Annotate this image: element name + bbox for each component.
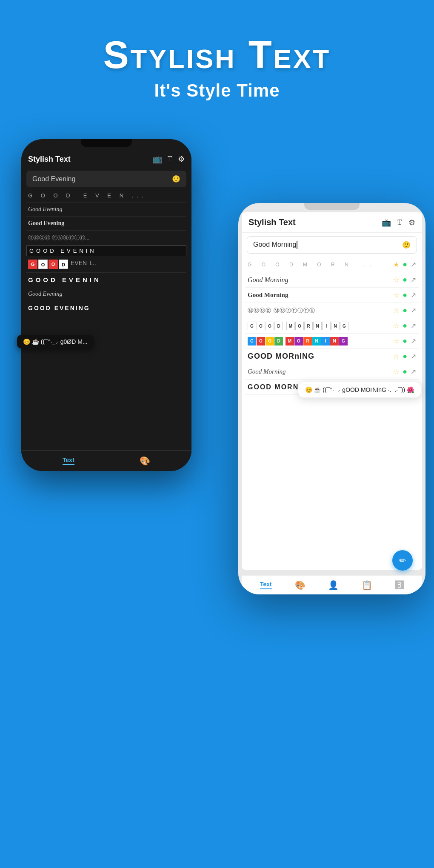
list-item[interactable]: GOOD MORnING ☆ ● ↗ — [245, 349, 419, 364]
header: Stylish Text It's Style Time — [0, 0, 434, 118]
list-item[interactable]: GOOD MORNING ☆ ● ↗ — [245, 318, 419, 334]
light-font-icon[interactable]: 𝚃 — [397, 218, 403, 227]
tab-icon-1[interactable]: 🎨 — [295, 580, 306, 590]
whatsapp-icon[interactable]: ● — [403, 352, 407, 361]
light-input-text: Good Morning — [253, 241, 297, 249]
star-icon[interactable]: ☆ — [393, 352, 399, 360]
share-icon[interactable]: ↗ — [411, 337, 416, 345]
text-style-circle: Ⓖⓞⓞⓓ Ⓜⓞⓡⓝⓘⓝⓖ — [248, 307, 393, 314]
share-icon[interactable]: ↗ — [411, 368, 416, 376]
list-item[interactable]: GOOD EVENIN — [26, 273, 186, 287]
star-icon[interactable]: ☆ — [393, 322, 399, 330]
whatsapp-icon[interactable]: ● — [403, 275, 407, 284]
list-item[interactable]: Ⓖⓞⓞⓓ Ⓜⓞⓡⓝⓘⓝⓖ ☆ ● ↗ — [245, 303, 419, 318]
tab-icon-dark[interactable]: 🎨 — [140, 456, 150, 466]
list-item[interactable]: GOOD EVENIN — [26, 246, 186, 256]
phone-front-notch — [304, 203, 360, 210]
whatsapp-icon[interactable]: ● — [403, 306, 407, 315]
star-icon[interactable]: ☆ — [393, 276, 399, 284]
text-actions: ☆ ● ↗ — [393, 337, 416, 345]
light-text-list: G O O D M O R N ... ★ ● ↗ Good Morning ☆… — [242, 257, 422, 395]
list-item[interactable]: Good Evening — [26, 203, 186, 217]
text-style-large: GOOD MORnING — [248, 352, 393, 361]
tab-icon-3[interactable]: 📋 — [362, 580, 372, 590]
text-style-boxed: GOOD MORNING — [248, 322, 393, 330]
star-icon[interactable]: ☆ — [393, 368, 399, 376]
text-actions: ☆ ● ↗ — [393, 352, 416, 361]
settings-icon[interactable]: ⚙ — [178, 154, 185, 164]
light-tv-icon[interactable]: 📺 — [382, 218, 391, 227]
phone-back-notch — [81, 139, 132, 147]
text-actions: ★ ● ↗ — [393, 260, 416, 269]
list-item[interactable]: Good Morning ☆ ● ↗ — [245, 288, 419, 303]
star-icon[interactable]: ☆ — [393, 306, 399, 314]
list-item[interactable]: Ⓖⓞⓞⓓ Ⓔⓥⓔⓝⓘⓝ... — [26, 231, 186, 246]
text-style-italic: Good Morning — [248, 276, 393, 284]
light-app-title: Stylish Text — [248, 217, 296, 227]
dark-emoji-button[interactable]: 🙂 — [172, 175, 180, 183]
emoji-popup-light: 😊 ☕ ((¯°·_.· gOOD MOrNInG ·._.·¯)) 🌺 — [298, 382, 421, 398]
text-actions: ☆ ● ↗ — [393, 306, 416, 315]
list-item[interactable]: G O O D E V E N ... — [26, 189, 186, 203]
share-icon[interactable]: ↗ — [411, 276, 416, 284]
tab-text-light[interactable]: Text — [260, 581, 272, 589]
light-emoji-button[interactable]: 🙂 — [402, 241, 411, 249]
list-item[interactable]: Good Morning ☆ ● ↗ — [245, 364, 419, 380]
share-icon[interactable]: ↗ — [411, 352, 416, 360]
star-icon[interactable]: ☆ — [393, 337, 399, 345]
tab-icon-4[interactable]: 🅱 — [395, 580, 404, 590]
dark-input-text: Good Evening — [32, 175, 75, 183]
text-style-bold: Good Morning — [248, 291, 393, 299]
share-icon[interactable]: ↗ — [411, 260, 416, 268]
list-item[interactable]: GOOD MORNING ☆ ● ↗ — [245, 334, 419, 349]
emoji-popup-dark: 😊 ☕ ((¯°·_.· g0ØD M... — [17, 335, 94, 348]
list-item[interactable]: GOOD EVENING — [26, 301, 186, 315]
text-style-fancy: Good Morning — [248, 368, 393, 375]
app-main-title: Stylish Text — [0, 34, 434, 76]
whatsapp-icon[interactable]: ● — [403, 367, 407, 376]
text-actions: ☆ ● ↗ — [393, 275, 416, 284]
app-sub-title: It's Style Time — [0, 80, 434, 101]
share-icon[interactable]: ↗ — [411, 322, 416, 330]
share-icon[interactable]: ↗ — [411, 306, 416, 314]
star-icon[interactable]: ☆ — [393, 291, 399, 299]
list-item[interactable]: Good Evening — [26, 287, 186, 301]
list-item[interactable]: Good Evening — [26, 217, 186, 231]
light-settings-icon[interactable]: ⚙ — [408, 218, 415, 227]
list-item[interactable]: G O O D M O R N ... ★ ● ↗ — [245, 257, 419, 272]
dark-input-row[interactable]: Good Evening 🙂 — [26, 171, 186, 187]
light-input-row[interactable]: Good Morning 🙂 — [247, 236, 417, 254]
light-header-icons: 📺 𝚃 ⚙ — [382, 218, 415, 227]
star-icon[interactable]: ★ — [393, 260, 399, 268]
whatsapp-icon[interactable]: ● — [403, 260, 407, 269]
dark-app-title: Stylish Text — [28, 155, 71, 164]
list-item[interactable]: Good Morning ☆ ● ↗ — [245, 272, 419, 288]
dark-text-list: G O O D E V E N ... Good Evening Good Ev… — [21, 189, 191, 315]
phone-back-screen: Stylish Text 📺 𝚃 ⚙ Good Evening 🙂 G O O … — [21, 147, 191, 471]
phone-back: Stylish Text 📺 𝚃 ⚙ Good Evening 🙂 G O O … — [21, 139, 191, 471]
dark-bottom-bar: Text 🎨 — [21, 450, 191, 471]
tab-icon-2[interactable]: 👤 — [328, 580, 339, 590]
light-header: Stylish Text 📺 𝚃 ⚙ — [242, 212, 422, 233]
whatsapp-icon[interactable]: ● — [403, 337, 407, 345]
text-style-boxed-colored: GOOD MORNING — [248, 337, 393, 345]
text-style-spaced: G O O D M O R N ... — [248, 262, 393, 268]
share-icon[interactable]: ↗ — [411, 291, 416, 299]
text-actions: ☆ ● ↗ — [393, 291, 416, 300]
light-bottom-bar: Text 🎨 👤 📋 🅱 — [242, 575, 422, 594]
tv-icon[interactable]: 📺 — [153, 154, 162, 164]
phone-front: Stylish Text 📺 𝚃 ⚙ Good Morning 🙂 G O O … — [238, 203, 425, 594]
dark-header-icons: 📺 𝚃 ⚙ — [153, 154, 185, 164]
fab-button[interactable]: ✏ — [392, 550, 413, 571]
text-actions: ☆ ● ↗ — [393, 321, 416, 330]
list-item[interactable]: G O O D EVENI... — [26, 256, 186, 273]
whatsapp-icon[interactable]: ● — [403, 321, 407, 330]
phones-container: Stylish Text 📺 𝚃 ⚙ Good Evening 🙂 G O O … — [0, 126, 434, 807]
dark-header: Stylish Text 📺 𝚃 ⚙ — [21, 151, 191, 167]
font-icon[interactable]: 𝚃 — [167, 154, 173, 164]
whatsapp-icon[interactable]: ● — [403, 291, 407, 300]
text-actions: ☆ ● ↗ — [393, 367, 416, 376]
tab-text-dark[interactable]: Text — [63, 457, 74, 465]
